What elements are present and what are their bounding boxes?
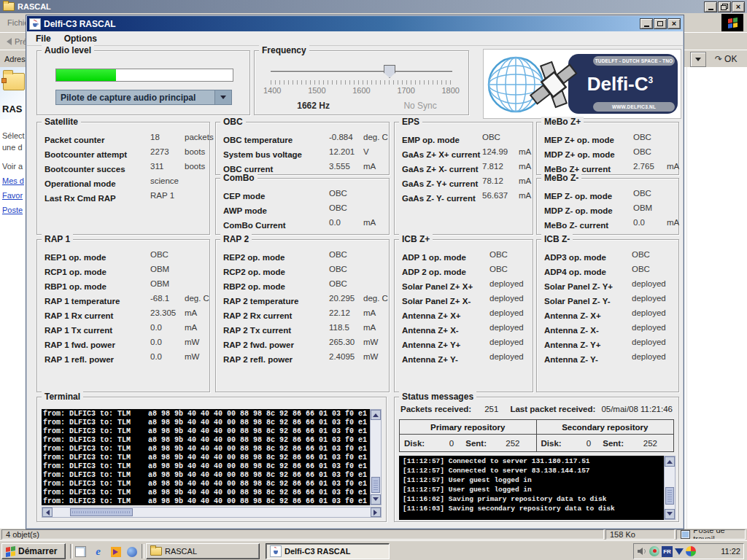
combo-panel: ComBoCEP modeOBCAWP modeOBCComBo Current… [215, 178, 390, 235]
scroll-right-button[interactable] [371, 508, 381, 517]
scroll-down-button[interactable] [371, 494, 381, 505]
telemetry-label: Solar Panel Z- Y- [544, 297, 611, 306]
folder-icon [150, 547, 162, 556]
logo-tagline-top: TUDELFT - DUTCH SPACE - TNO [593, 56, 675, 66]
status-log-output[interactable]: [11:12:57] Connected to server 131.180.1… [399, 456, 664, 520]
link-mes-documents[interactable]: Mes d [2, 176, 26, 185]
pinwheel-tray-icon[interactable] [686, 546, 696, 556]
telemetry-label: ADP4 op. mode [544, 268, 606, 276]
app-close-button[interactable]: × [667, 18, 681, 29]
telemetry-value: science [150, 176, 179, 185]
terminal-hscrollbar[interactable] [42, 507, 382, 518]
realplayer-icon[interactable] [125, 545, 138, 558]
telemetry-label: RBP1 op. mode [44, 282, 107, 291]
delfi-rascal-window: Delfi-C3 RASCAL × File Options Audio lev… [26, 15, 684, 529]
telemetry-value: 0.0 [150, 338, 162, 346]
logo-tagline-bottom: WWW.DELFIC3.NL [593, 102, 675, 112]
start-button[interactable]: Démarrer [1, 543, 66, 559]
slider-track[interactable] [271, 71, 452, 72]
folder-name: RAS [2, 104, 26, 114]
scroll-down-button[interactable] [665, 509, 675, 519]
close-icon: × [672, 20, 676, 27]
packets-received-value: 251 [484, 405, 498, 413]
restore-button[interactable] [718, 1, 731, 12]
telemetry-label: GaAs Z+ X+ current [402, 150, 480, 159]
mebo-zplus-panel: MeBo Z+MEP Z+ op. modeOBCMDP Z+ op. mode… [536, 122, 679, 175]
telemetry-row: System bus voltage12.201V [223, 147, 386, 162]
packets-received-label: Packets received: [400, 405, 471, 413]
scroll-left-button[interactable] [42, 508, 53, 517]
telemetry-unit: mA [363, 218, 376, 227]
app-minimize-button[interactable] [640, 18, 653, 29]
app-menubar: File Options [27, 31, 683, 46]
language-indicator[interactable]: FR [662, 546, 673, 557]
network-globe-icon[interactable] [649, 546, 659, 556]
menu-file[interactable]: File [36, 34, 51, 44]
telemetry-value: -68.1 [150, 294, 169, 303]
telemetry-row: Antenna Z- Y-deployed [544, 352, 676, 367]
speaker-icon[interactable] [637, 546, 647, 556]
audio-device-select[interactable]: Pilote de capture audio principal [55, 90, 232, 105]
panel-title: OBC [220, 117, 246, 127]
task-button-delfi[interactable]: Delfi-C3 RASCAL [266, 543, 390, 559]
telemetry-value: 78.12 [482, 176, 503, 185]
link-poste-travail[interactable]: Poste [2, 206, 26, 214]
telemetry-row: Antenna Z+ Y+deployed [402, 338, 530, 352]
task-button-rascal[interactable]: RASCAL [146, 543, 260, 559]
java-cup-icon [29, 18, 41, 30]
content-divider [686, 67, 687, 529]
terminal-output[interactable]: from: DLFIC3 to: TLM a8 98 9b 40 40 40 0… [42, 409, 370, 505]
secondary-repo-cell: Disk: 0 Sent: 252 [537, 435, 674, 452]
primary-repo-cell: Disk: 0 Sent: 252 [400, 435, 537, 452]
status-log-vscrollbar[interactable] [664, 456, 676, 520]
explorer-title: RASCAL [18, 2, 51, 11]
telemetry-label: REP2 op. mode [223, 253, 285, 262]
frequency-value: 1662 Hz [255, 101, 372, 111]
telemetry-label: CEP mode [223, 192, 265, 201]
telemetry-row: Antenna Z+ X+deployed [402, 308, 530, 323]
show-desktop-icon[interactable] [74, 545, 87, 558]
telemetry-unit: mW [363, 352, 378, 361]
go-arrow-icon: ↷ [715, 54, 722, 64]
frequency-slider[interactable] [271, 64, 452, 77]
icb-zminus-panel: ICB Z-ADP3 op. modeOBCADP4 op. modeOBCSo… [536, 239, 679, 392]
vscroll-thumb[interactable] [665, 487, 674, 505]
app-titlebar[interactable]: Delfi-C3 RASCAL × [27, 16, 683, 31]
telemetry-value: OBC [633, 133, 651, 141]
display-tray-icon[interactable] [675, 548, 684, 559]
telemetry-value: OBC [150, 250, 169, 259]
delfi-c3-logo: TUDELFT - DUTCH SPACE - TNO Delfi-C3 WWW… [483, 49, 681, 119]
address-dropdown-button[interactable] [690, 52, 706, 67]
status-log-line: [11:16:02] Saving primary repository dat… [403, 495, 660, 505]
combo-arrow-button[interactable] [214, 90, 231, 104]
app-title: Delfi-C3 RASCAL [44, 19, 116, 29]
explorer-titlebar[interactable]: RASCAL × [0, 0, 747, 13]
telemetry-row: ADP4 op. modeOBC [544, 265, 676, 279]
slider-thumb[interactable] [384, 65, 395, 78]
telemetry-label: GaAs Z- Y+ current [402, 179, 478, 188]
hscroll-thumb[interactable] [70, 508, 133, 516]
scroll-up-button[interactable] [371, 410, 381, 420]
minimize-button[interactable] [704, 1, 717, 12]
telemetry-row: RAP 1 refl. power0.0mW [44, 352, 206, 367]
telemetry-value: deployed [632, 279, 666, 288]
go-button[interactable]: ↷ OK [715, 52, 737, 66]
status-log-line: [11:12:57] Connected to server 83.138.14… [403, 467, 660, 476]
internet-explorer-icon[interactable]: e [92, 545, 104, 558]
secondary-repo-header: Secondary repository [537, 420, 674, 434]
scroll-up-button[interactable] [665, 456, 675, 467]
link-favoris[interactable]: Favor [2, 191, 26, 200]
telemetry-unit: mA [185, 323, 197, 332]
telemetry-value: 0.0 [633, 218, 645, 227]
telemetry-value: deployed [489, 323, 524, 332]
app-maximize-button[interactable] [654, 18, 667, 29]
telemetry-row: MEP Z- op. modeOBC [544, 189, 676, 203]
telemetry-row: RCP1 op. modeOBM [44, 265, 206, 279]
menu-options[interactable]: Options [64, 34, 97, 44]
telemetry-label: Antenna Z+ Y- [402, 355, 458, 364]
telemetry-row: AWP modeOBC [223, 203, 386, 218]
media-player-icon[interactable] [109, 545, 122, 558]
close-button[interactable]: × [732, 1, 745, 12]
vscroll-thumb[interactable] [371, 477, 380, 493]
terminal-vscrollbar[interactable] [370, 409, 382, 505]
